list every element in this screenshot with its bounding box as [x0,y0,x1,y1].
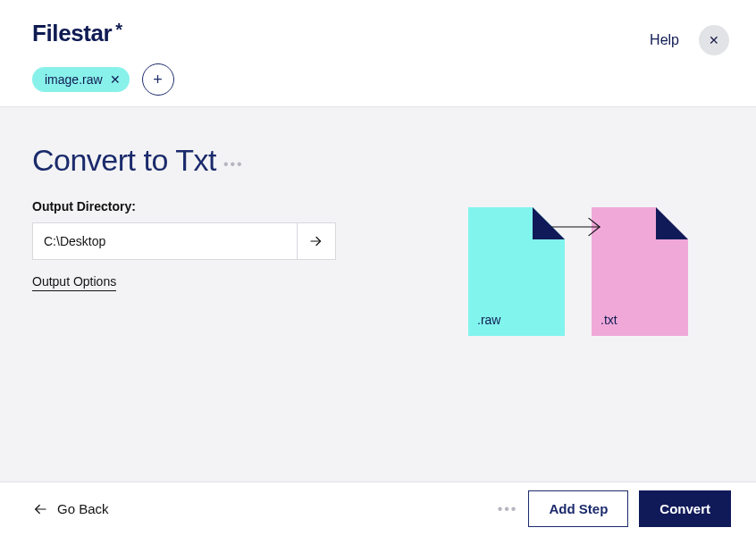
more-icon[interactable]: ••• [223,156,244,172]
close-icon[interactable]: ✕ [110,73,121,86]
page-title-text: Convert to Txt [32,143,216,178]
help-link[interactable]: Help [650,32,679,48]
close-window-button[interactable]: ✕ [699,25,729,55]
main-content: Convert to Txt ••• Output Directory: Out… [0,106,756,482]
output-options-link[interactable]: Output Options [32,274,116,291]
conversion-diagram: .raw .txt [468,207,688,482]
source-extension: .raw [477,313,500,327]
logo-mark: * [115,21,122,38]
arrow-right-icon [551,216,605,238]
browse-directory-button[interactable] [297,222,336,260]
plus-icon: + [153,71,163,89]
file-chip-label: image.raw [45,72,103,87]
footer-bar: Go Back ••• Add Step Convert [0,482,756,535]
logo: Filestar * [32,20,174,47]
output-directory-row [32,222,336,260]
page-fold-icon [656,207,688,239]
arrow-right-icon [308,233,324,249]
add-step-button[interactable]: Add Step [528,490,628,527]
target-extension: .txt [601,313,617,327]
add-file-button[interactable]: + [142,63,174,96]
app-header: Filestar * image.raw ✕ + Help ✕ [0,0,756,106]
go-back-label: Go Back [57,501,109,516]
logo-text: Filestar [32,20,112,47]
file-chip[interactable]: image.raw ✕ [32,67,130,92]
brand-area: Filestar * image.raw ✕ + [32,20,174,106]
more-icon[interactable]: ••• [498,501,518,517]
header-actions: Help ✕ [650,25,729,55]
close-icon: ✕ [709,33,719,47]
file-chip-row: image.raw ✕ + [32,63,174,96]
arrow-left-icon [32,501,48,517]
go-back-button[interactable]: Go Back [32,501,109,517]
output-directory-input[interactable] [32,222,297,260]
page-title: Convert to Txt ••• [32,143,244,178]
target-file-figure: .txt [592,207,688,336]
footer-actions: ••• Add Step Convert [498,490,731,527]
convert-button[interactable]: Convert [639,490,731,527]
source-file-figure: .raw [468,207,565,336]
main-left: Convert to Txt ••• Output Directory: Out… [32,136,336,482]
output-directory-label: Output Directory: [32,199,336,214]
